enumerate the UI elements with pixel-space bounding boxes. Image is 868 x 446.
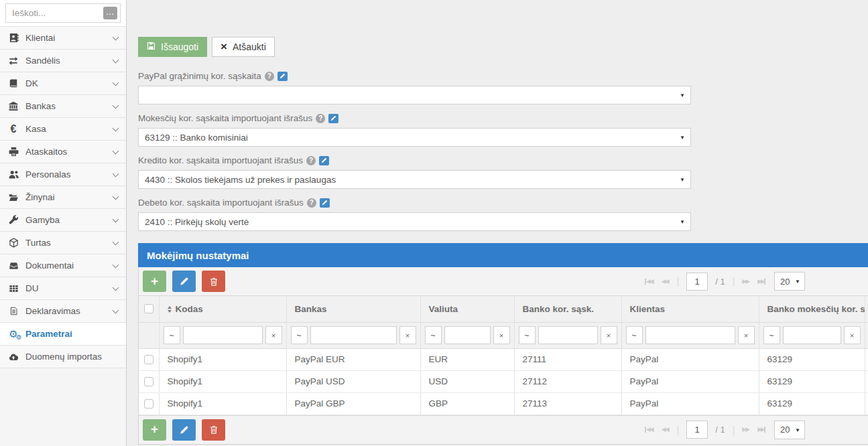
cell-banko-kor-s-sk: 27112 (514, 370, 621, 392)
table-row[interactable]: Shopify1PayPal GBPGBP27113PayPal63129 (139, 392, 868, 415)
chevron-down-icon (113, 79, 119, 86)
sidebar-item-gamyba[interactable]: Gamyba (0, 209, 126, 232)
pager-separator: | (677, 425, 680, 435)
filter-input-bankas[interactable] (310, 326, 397, 344)
table-clip: KodasBankasValiutaBanko kor. sąsk.Klient… (139, 296, 868, 415)
form-field-debeto-kor-s-skaita-importuojant-i-ra-us: Debeto kor. sąskaita importuojant išrašu… (138, 197, 691, 231)
row-checkbox[interactable] (144, 399, 153, 408)
select-paypal-gr-inim-kor-s-skaita[interactable]: ▼ (138, 86, 691, 104)
sidebar-item-personalas[interactable]: Personalas (0, 163, 126, 186)
grid-action-buttons: + (143, 419, 225, 441)
panel-title: Mokėjimų nustatymai (147, 250, 249, 261)
page-size-select[interactable]: 20▼ (774, 421, 805, 439)
select-all-checkbox[interactable] (144, 304, 153, 313)
filter-cell-banko-kor-s-sk: ~× (514, 322, 621, 348)
edit-row-button[interactable] (172, 271, 196, 292)
trash-icon (209, 425, 219, 435)
cloud-upload-icon (7, 352, 20, 362)
column-header-banko-mokes-i-kor-s-skaita[interactable]: Banko mokesčių kor. sąskaita (759, 296, 865, 322)
pager-prev-button[interactable]: ◀◀ (662, 279, 670, 285)
sidebar-item-dk[interactable]: DK (0, 72, 126, 95)
filter-clear-button[interactable]: × (738, 326, 755, 344)
add-row-button[interactable]: + (143, 271, 166, 292)
add-row-button[interactable]: + (143, 419, 166, 441)
filter-input-valiuta[interactable] (444, 326, 491, 344)
edit-field-button[interactable] (277, 72, 288, 81)
sidebar-item-du[interactable]: DU (0, 277, 126, 300)
pager-page-input[interactable] (686, 421, 708, 439)
payments-table: KodasBankasValiutaBanko kor. sąsk.Klient… (139, 296, 868, 415)
pager-last-button[interactable]: ▶▶ (757, 279, 767, 285)
pager-next-button[interactable]: ▶▶ (742, 279, 750, 285)
row-checkbox[interactable] (144, 377, 153, 386)
row-checkbox[interactable] (144, 355, 153, 364)
sidebar-item-label: Dokumentai (25, 261, 108, 271)
edit-field-button[interactable] (320, 198, 330, 208)
pager-first-button[interactable]: ◀◀ (645, 279, 654, 285)
sidebar-item-duomen-importas[interactable]: Duomenų importas (0, 346, 126, 368)
sidebar-item-klientai[interactable]: Klientai (0, 27, 126, 50)
folder-open-icon (7, 193, 20, 202)
filter-clear-button[interactable]: × (493, 326, 510, 344)
cell-banko-mokes-i-kor-s-skaita: 63129 (759, 348, 865, 370)
filter-clear-button[interactable]: × (265, 326, 282, 344)
cancel-button[interactable]: × Atšaukti (212, 37, 275, 57)
column-header-label: Banko kor. sąsk. (523, 304, 595, 314)
edit-field-button[interactable] (319, 156, 329, 165)
column-header-kodas[interactable]: Kodas (159, 296, 286, 322)
page-size-value: 20 (780, 425, 790, 435)
dropdown-arrow-icon: ▼ (680, 177, 685, 183)
pager-last-button[interactable]: ▶▶ (757, 427, 767, 433)
sidebar-item-turtas[interactable]: Turtas (0, 232, 126, 254)
filter-clear-button[interactable]: × (601, 326, 617, 344)
filter-input-banko-mokes-i-kor-s-skaita[interactable] (783, 326, 841, 344)
column-header-klientas[interactable]: Klientas (621, 296, 759, 322)
sidebar-item-inynai[interactable]: Žinynai (0, 186, 126, 209)
cell-kodas: Shopify1 (159, 370, 286, 392)
filter-input-kodas[interactable] (183, 326, 263, 344)
filter-clear-button[interactable]: × (844, 326, 861, 344)
sidebar-item-ataskaitos[interactable]: Ataskaitos (0, 141, 126, 163)
filter-op-button[interactable]: ~ (519, 326, 536, 344)
edit-row-button[interactable] (172, 419, 196, 441)
pager-first-button[interactable]: ◀◀ (645, 427, 654, 433)
sidebar-item-dokumentai[interactable]: Dokumentai (0, 254, 126, 277)
filter-input-klientas[interactable] (645, 326, 735, 344)
table-row[interactable]: Shopify1PayPal USDUSD27112PayPal63129 (139, 370, 868, 392)
sidebar-item-parametrai[interactable]: ⚙⚙Parametrai (0, 323, 126, 346)
delete-row-button[interactable] (202, 419, 225, 441)
pager-next-button[interactable]: ▶▶ (742, 427, 750, 433)
column-header-bankas[interactable]: Bankas (286, 296, 420, 322)
row-checkbox-cell (139, 370, 159, 392)
delete-row-button[interactable] (202, 271, 225, 292)
sidebar-item-kasa[interactable]: €Kasa (0, 118, 126, 141)
select-mokes-i-kor-s-skaita-importuojant-i-ra-us[interactable]: 63129 :: Banko komisiniai▼ (138, 128, 691, 147)
sidebar-item-deklaravimas[interactable]: Deklaravimas (0, 300, 126, 323)
filter-box: ~× (519, 326, 617, 344)
pager-prev-button[interactable]: ◀◀ (662, 427, 670, 433)
filter-clear-button[interactable]: × (399, 326, 416, 344)
edit-field-button[interactable] (328, 114, 338, 123)
filter-box: ~× (291, 326, 416, 344)
page-size-select[interactable]: 20▼ (774, 272, 805, 291)
pager-page-input[interactable] (686, 273, 708, 291)
search-options-button[interactable]: … (103, 7, 117, 19)
help-icon: ? (307, 198, 316, 208)
cell-klientas: PayPal (621, 370, 759, 392)
sidebar-item-bankas[interactable]: Bankas (0, 95, 126, 118)
bank-icon (7, 101, 20, 111)
filter-op-button[interactable]: ~ (164, 326, 180, 344)
column-header-banko-kor-s-sk[interactable]: Banko kor. sąsk. (514, 296, 621, 322)
filter-op-button[interactable]: ~ (425, 326, 442, 344)
table-row[interactable]: Shopify1PayPal EUREUR27111PayPal63129 (139, 348, 868, 370)
sidebar-item-sand-lis[interactable]: Sandėlis (0, 50, 126, 72)
select-debeto-kor-s-skaita-importuojant-i-ra-us[interactable]: 2410 :: Pirkėjų skolų vertė▼ (138, 212, 691, 231)
filter-op-button[interactable]: ~ (626, 326, 643, 344)
select-kredito-kor-s-skaita-importuojant-i-ra-us[interactable]: 4430 :: Skolos tiekėjams už prekes ir pa… (138, 170, 691, 189)
euro-icon: € (7, 124, 20, 135)
column-header-valiuta[interactable]: Valiuta (420, 296, 514, 322)
filter-input-banko-kor-s-sk[interactable] (538, 326, 598, 344)
save-button[interactable]: Išsaugoti (138, 37, 207, 57)
filter-op-button[interactable]: ~ (291, 326, 308, 344)
filter-op-button[interactable]: ~ (763, 326, 780, 344)
